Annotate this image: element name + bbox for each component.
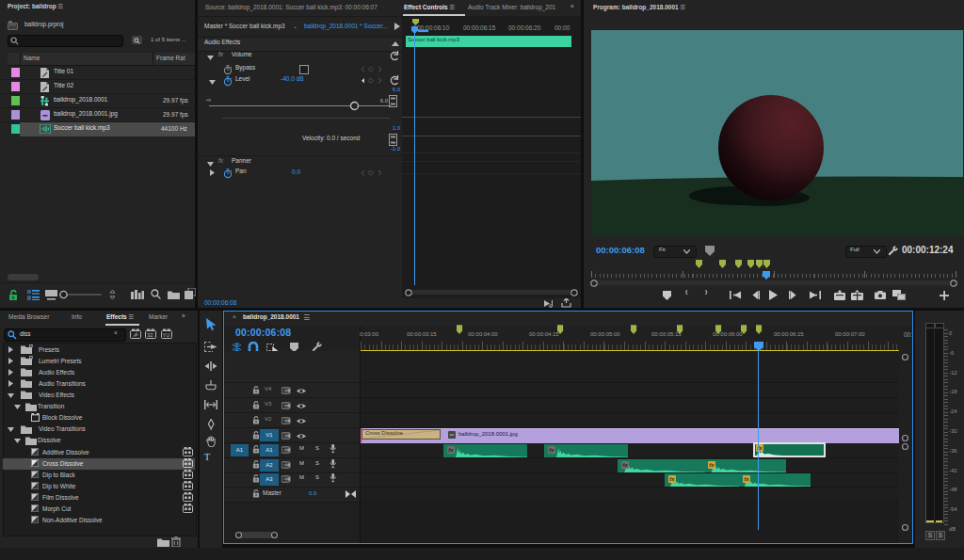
svg-text:32: 32 [147, 332, 153, 338]
svg-text:YU: YU [163, 332, 170, 338]
